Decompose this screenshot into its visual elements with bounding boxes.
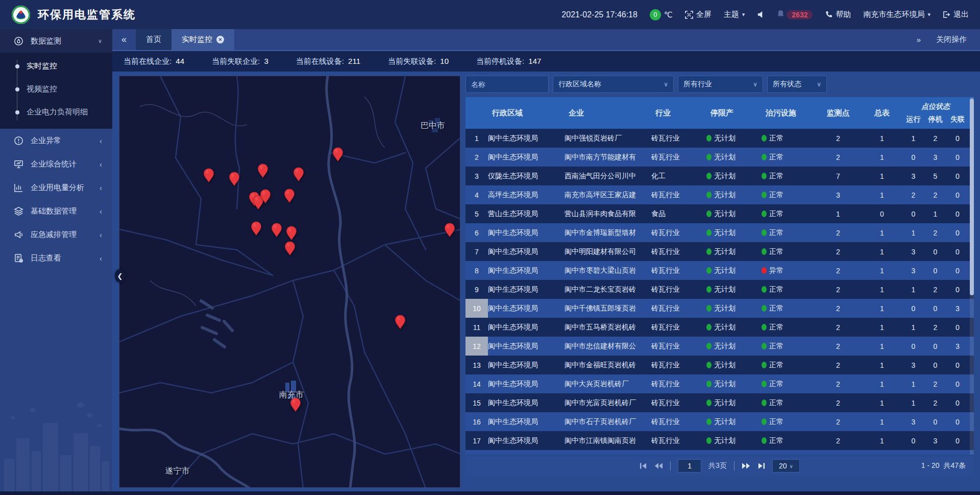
last-page-button[interactable] — [757, 462, 765, 469]
row-facility-status: 正常 — [762, 342, 815, 351]
row-industry: 砖瓦行业 — [651, 342, 706, 351]
chevron-down-icon: ∨ — [817, 81, 821, 88]
row-total-meter: 1 — [862, 361, 902, 369]
name-filter-input[interactable] — [465, 76, 549, 93]
row-industry: 砖瓦行业 — [651, 304, 706, 313]
row-stop-plan: 无计划 — [706, 304, 762, 313]
row-stopped-count: 2 — [924, 134, 946, 143]
map-city-label: 巴中市 — [421, 120, 445, 131]
logout-button[interactable]: 退出 — [943, 10, 969, 19]
first-page-button[interactable] — [640, 462, 647, 469]
sidebar-group-base-data: 基础数据管理 ‹ — [0, 199, 112, 223]
fullscreen-button[interactable]: 全屏 — [685, 10, 712, 19]
tabs-scroll-left-button[interactable]: « — [112, 29, 136, 50]
row-index: 11 — [465, 318, 488, 337]
sidebar-item-log-view[interactable]: 日志查看 ‹ — [0, 246, 112, 270]
sidebar-subitem-data-monitoring-1[interactable]: 视频监控 — [0, 78, 112, 101]
row-stop-plan: 无计划 — [706, 436, 762, 445]
row-company: 西南油气田分公司川中 — [565, 172, 651, 181]
table-row[interactable]: 14 阆中生态环境局 阆中大兴页岩机砖厂 砖瓦行业 无计划 正常 2 1 1 2… — [465, 374, 974, 393]
tab-realtime-monitor[interactable]: 实时监控 × — [172, 29, 234, 50]
table-row[interactable]: 13 阆中生态环境局 阆中市金福旺页岩机砖 砖瓦行业 无计划 正常 2 1 3 … — [465, 356, 974, 374]
sidebar-item-base-data[interactable]: 基础数据管理 ‹ — [0, 199, 112, 223]
row-lost-count: 0 — [946, 191, 969, 199]
row-company: 阆中市五马桥页岩机砖 — [565, 323, 651, 332]
previous-page-button[interactable] — [654, 462, 663, 469]
page-size-select[interactable]: 20∨ — [772, 459, 800, 473]
table-row[interactable]: 9 阆中生态环境局 阆中市二龙长宝页岩砖 砖瓦行业 无计划 正常 2 1 1 2… — [465, 280, 974, 299]
row-region: 高坪生态环境局 — [488, 191, 565, 200]
sidebar-subitem-data-monitoring-2[interactable]: 企业电力负荷明细 — [0, 101, 112, 124]
chevron-down-icon: ∨ — [664, 81, 668, 88]
table-row[interactable]: 7 阆中生态环境局 阆中明阳建材有限公司 砖瓦行业 无计划 正常 2 1 3 0… — [465, 242, 974, 261]
map-pin-icon[interactable] — [395, 315, 406, 329]
map-pin-icon[interactable] — [260, 189, 271, 204]
table-row[interactable]: 3 仪陇生态环境局 西南油气田分公司川中 化工 无计划 正常 7 1 3 5 0 — [465, 167, 974, 185]
row-running-count: 2 — [902, 191, 924, 199]
map-pin-icon[interactable] — [293, 167, 304, 182]
page-number-input[interactable] — [678, 459, 701, 473]
tab-home[interactable]: 首页 — [136, 29, 172, 50]
table-row[interactable]: 2 阆中生态环境局 阆中市南方节能建材有 砖瓦行业 无计划 正常 2 1 0 3… — [465, 148, 974, 167]
map-pin-icon[interactable] — [444, 223, 455, 238]
tab-close-icon[interactable]: × — [216, 36, 224, 43]
temperature-indicator: 0 ℃ — [650, 9, 673, 20]
chevron-left-icon: ‹ — [100, 207, 102, 216]
table-row[interactable]: 5 营山生态环境局 营山县润丰肉食品有限 食品 无计划 正常 1 0 0 1 0 — [465, 204, 974, 223]
notifications-button[interactable]: 2632 — [777, 10, 813, 19]
row-lost-count: 0 — [946, 248, 969, 256]
column-header: 行政区域 — [488, 97, 565, 129]
row-facility-status: 异常 — [762, 266, 815, 275]
help-button[interactable]: 帮助 — [825, 10, 851, 19]
sidebar-item-enterprise-stats[interactable]: 企业综合统计 ‹ — [0, 152, 112, 176]
sidebar-item-data-monitoring[interactable]: 数据监测 ∨ — [0, 29, 112, 53]
row-company: 阆中市二龙长宝页岩砖 — [565, 285, 651, 294]
table-row[interactable]: 1 阆中生态环境局 阆中强锐页岩砖厂 砖瓦行业 无计划 正常 2 1 1 2 0 — [465, 129, 974, 148]
tabs-scroll-right-button[interactable]: » — [917, 35, 921, 44]
table-row[interactable]: 15 阆中生态环境局 阆中市光富页岩机砖厂 砖瓦行业 无计划 正常 2 1 1 … — [465, 393, 974, 412]
next-page-button[interactable] — [742, 462, 750, 469]
region-filter-select[interactable]: 行政区域名称∨ — [553, 76, 674, 93]
table-row[interactable]: 8 阆中生态环境局 阆中市枣碧大梁山页岩 砖瓦行业 无计划 异常 2 1 3 0… — [465, 261, 974, 280]
table-row[interactable]: 18 南部生态环境局 南部县新华水泥有限公 建材加工 无计划 正常 5 0 0 … — [465, 450, 974, 455]
status-dot-icon — [762, 324, 767, 331]
scrollbar-thumb[interactable] — [970, 99, 974, 295]
row-index: 8 — [465, 261, 488, 280]
map-pin-icon[interactable] — [290, 397, 301, 412]
stat-item: 当前停机设备: 147 — [476, 57, 541, 66]
table-row[interactable]: 12 阆中生态环境局 阆中市忠信建材有限公 砖瓦行业 无计划 正常 2 1 0 … — [465, 337, 974, 356]
map-pin-icon[interactable] — [284, 188, 295, 203]
table-row[interactable]: 6 阆中生态环境局 阆中市金博瑞新型墙材 砖瓦行业 无计划 正常 2 1 1 2… — [465, 223, 974, 242]
map-pin-icon[interactable] — [284, 241, 296, 256]
table-row[interactable]: 17 阆中生态环境局 阆中市江南镇阆南页岩 砖瓦行业 无计划 正常 2 1 0 … — [465, 431, 974, 450]
map-pin-icon[interactable] — [251, 221, 262, 236]
status-dot-icon — [706, 135, 712, 142]
table-row[interactable]: 11 阆中生态环境局 阆中市五马桥页岩机砖 砖瓦行业 无计划 正常 2 1 1 … — [465, 318, 974, 337]
sidebar-item-enterprise-abnormal[interactable]: 企业异常 ‹ — [0, 129, 112, 152]
map-panel[interactable]: 巴中市南充市遂宁市 — [119, 76, 460, 488]
table-row[interactable]: 16 阆中生态环境局 阆中市石子页岩机砖厂 砖瓦行业 无计划 正常 2 1 3 … — [465, 412, 974, 431]
sidebar-subitem-data-monitoring-0[interactable]: 实时监控 — [0, 55, 112, 78]
sidebar-item-emergency-reduction[interactable]: 应急减排管理 ‹ — [0, 223, 112, 246]
close-operations-button[interactable]: 关闭操作 — [936, 35, 967, 44]
industry-filter-select[interactable]: 所有行业∨ — [678, 76, 763, 93]
map-pin-icon[interactable] — [271, 223, 282, 238]
table-row[interactable]: 10 阆中生态环境局 阆中千佛镇五郎垭页岩 砖瓦行业 无计划 正常 2 1 0 … — [465, 299, 974, 318]
map-pin-icon[interactable] — [257, 163, 268, 178]
sidebar-collapse-button[interactable]: ❮ — [115, 269, 125, 282]
mute-button[interactable] — [757, 11, 765, 18]
map-pin-icon[interactable] — [229, 172, 240, 186]
sub-column-header: 停机 — [924, 115, 946, 124]
status-dot-icon — [762, 173, 767, 179]
map-pin-icon[interactable] — [332, 147, 344, 162]
row-stopped-count: 0 — [924, 267, 946, 275]
sidebar-item-power-analysis[interactable]: 企业用电量分析 ‹ — [0, 176, 112, 199]
status-filter-select[interactable]: 所有状态∨ — [767, 76, 827, 93]
row-industry: 砖瓦行业 — [651, 228, 706, 238]
map-pin-icon[interactable] — [203, 168, 214, 183]
org-menu[interactable]: 南充市生态环境局▾ — [863, 10, 930, 19]
theme-menu[interactable]: 主题▾ — [724, 10, 745, 19]
row-total-meter: 1 — [862, 172, 902, 180]
table-row[interactable]: 4 高坪生态环境局 南充市高坪区王家店建 砖瓦行业 无计划 正常 3 1 2 2… — [465, 185, 974, 204]
map-pin-icon[interactable] — [286, 226, 297, 241]
